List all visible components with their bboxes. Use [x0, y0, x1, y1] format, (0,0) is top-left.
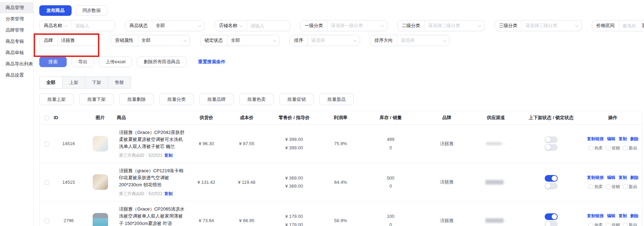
col-header-profit-rate: 利润率	[320, 111, 361, 124]
sidebar-item-product-export-list[interactable]: 商品导出列表	[0, 58, 33, 70]
new-product-checkbox[interactable]	[623, 185, 628, 189]
sidebar-item-category-management[interactable]: 分类管理	[0, 13, 33, 25]
hot-sale-checkbox[interactable]	[589, 185, 593, 189]
col-header-supply-price: 供货价	[187, 111, 226, 124]
filter-label: 排序方向	[370, 35, 397, 46]
export-button[interactable]: 导出	[72, 57, 94, 67]
sidebar-item-product-album[interactable]: 商品专辑	[0, 36, 33, 47]
product-status-select[interactable]: 全部	[156, 22, 201, 29]
online-status-toggle[interactable]	[545, 213, 558, 220]
brand-input[interactable]	[61, 38, 97, 43]
online-status-toggle[interactable]	[545, 136, 558, 143]
edit-link[interactable]: 编辑	[607, 136, 616, 142]
hot-sale-checkbox[interactable]	[589, 223, 593, 226]
copy-product-link[interactable]: 复制链接	[587, 136, 604, 142]
product-thumbnail[interactable]	[93, 174, 108, 190]
category2-select[interactable]: 请选择二级分类	[428, 22, 481, 29]
sidebar-item-brand-management[interactable]: 品牌管理	[0, 25, 33, 36]
product-thumbnail[interactable]	[93, 136, 108, 151]
sidebar-item-product-management[interactable]: 商品管理	[0, 2, 33, 13]
duplicate-link[interactable]: 复制	[619, 136, 627, 142]
tab-on-shelf[interactable]: 上架	[62, 76, 85, 89]
sidebar-item-product-settings[interactable]: 商品设置	[0, 70, 33, 81]
sidebar-item-label: 商品专辑	[6, 38, 24, 45]
table-row: 2796 洁丽雅（Grace）CP2065清凉水洗被空调被单人双人被家用薄被子 …	[40, 201, 642, 226]
row-checkbox[interactable]	[45, 219, 49, 223]
batch-category-button[interactable]: 批量分类	[159, 93, 194, 105]
new-product-checkbox[interactable]	[623, 223, 628, 226]
product-title[interactable]: 洁丽雅（Grace）CP2065清凉水洗被空调被单人双人被家用薄被子 150*2…	[119, 206, 185, 226]
top-button-row: 发布商品 同步数据	[39, 5, 644, 16]
duplicate-link[interactable]: 复制	[619, 213, 627, 219]
batch-new-product-button[interactable]: 批量新品	[319, 93, 354, 105]
batch-hot-sale-button[interactable]: 批量热卖	[239, 93, 274, 105]
reset-search-link[interactable]: 重置搜索条件	[198, 59, 225, 65]
search-button[interactable]: 搜索	[39, 57, 67, 67]
lock-status-toggle[interactable]	[545, 183, 558, 189]
sort-select[interactable]: 请选择	[311, 37, 356, 44]
sync-data-button[interactable]: 同步数据	[76, 5, 107, 16]
row-checkbox[interactable]	[45, 180, 49, 185]
select-all-checkbox[interactable]	[45, 116, 49, 120]
copy-id-link[interactable]: 复制	[164, 153, 173, 158]
duplicate-link[interactable]: 复制	[619, 175, 627, 181]
filter-product-name: 商品名称	[39, 20, 115, 31]
batch-brand-button[interactable]: 批量品牌	[199, 93, 234, 105]
lock-status-toggle[interactable]	[545, 144, 558, 151]
filter-shop-name: 店铺名称	[214, 20, 290, 31]
online-status-toggle[interactable]	[545, 175, 558, 182]
product-name-field-selector[interactable]: 商品名称	[40, 20, 72, 31]
col-header-status: 上下架状态 / 锁定状态	[519, 111, 584, 124]
filter-label: 三级分类	[495, 20, 522, 31]
sort-direction-select[interactable]: 请选择	[401, 37, 446, 44]
delete-link[interactable]: 删除	[630, 136, 639, 142]
batch-promotion-button[interactable]: 批量促销	[279, 93, 314, 105]
col-header-id: ID	[54, 111, 84, 124]
promotion-checkbox[interactable]	[606, 223, 610, 226]
promotion-checkbox[interactable]	[606, 185, 610, 189]
row-checkbox[interactable]	[45, 142, 49, 146]
lock-status-toggle[interactable]	[545, 221, 558, 226]
filter-label: 排序	[290, 35, 307, 46]
table-header-row: ID 图片 商品 供货价 成本价 零售价 / 指导价 利润率 库存 / 销量 品…	[40, 111, 642, 124]
operation-links: 复制链接 编辑 复制 删除	[586, 175, 640, 181]
delete-link[interactable]: 删除	[630, 175, 639, 181]
copy-product-link[interactable]: 复制链接	[587, 175, 604, 181]
delete-link[interactable]: 删除	[630, 213, 639, 219]
batch-delete-button[interactable]: 批量删除	[119, 93, 154, 105]
publish-product-button[interactable]: 发布商品	[39, 5, 72, 16]
promotion-checkbox[interactable]	[606, 146, 610, 150]
product-name-input[interactable]	[75, 23, 111, 28]
hot-sale-checkbox[interactable]	[589, 146, 593, 150]
product-title[interactable]: 洁丽雅（Grace）CP2042亲肤舒柔被夏被夏凉被空调被可水洗机洗单人双人薄被…	[119, 129, 185, 150]
batch-on-shelf-button[interactable]: 批量上架	[39, 93, 74, 105]
shop-name-input[interactable]	[251, 23, 286, 28]
batch-off-shelf-button[interactable]: 批量下架	[79, 93, 114, 105]
lock-status-select[interactable]: 全部	[231, 37, 276, 44]
copy-id-link[interactable]: 复制	[164, 191, 173, 196]
new-product-label: 新品	[629, 145, 637, 151]
edit-link[interactable]: 编辑	[607, 213, 616, 219]
edit-link[interactable]: 编辑	[607, 175, 616, 181]
tab-all[interactable]: 全部	[39, 76, 62, 89]
guide-price: ¥ 399.00	[270, 144, 318, 152]
marketing-select[interactable]: 全部	[141, 37, 186, 44]
delete-filtered-button[interactable]: 删除所有筛选商品	[137, 57, 187, 67]
product-thumbnail[interactable]	[93, 213, 108, 226]
category3-select[interactable]: 请选择三级分类	[525, 22, 578, 29]
price-min-input[interactable]	[623, 23, 639, 28]
tab-off-shelf[interactable]: 下架	[85, 76, 108, 89]
shop-name-field-selector[interactable]: 店铺名称	[215, 20, 247, 31]
profit-rate: 64.4%	[320, 163, 361, 201]
category1-select[interactable]: 请选择一级分类	[331, 22, 384, 29]
new-product-checkbox[interactable]	[623, 146, 628, 150]
hot-sale-label: 热卖	[595, 145, 603, 151]
upload-excel-button[interactable]: 上传excel	[99, 57, 132, 67]
product-title[interactable]: 洁丽雅（grace）CP1219洛卡棉印花夏被亲肤透气空调被200*230cm …	[119, 167, 185, 188]
copy-product-link[interactable]: 复制链接	[587, 213, 604, 219]
sidebar-item-product-review[interactable]: 商品审核	[0, 47, 33, 58]
filter-sort: 排序 请选择	[290, 35, 360, 46]
flag-checkbox-row: 热卖 促销 新品	[586, 222, 640, 226]
price-to-label: 至	[639, 22, 644, 29]
tab-sold-out[interactable]: 售罄	[108, 76, 131, 89]
